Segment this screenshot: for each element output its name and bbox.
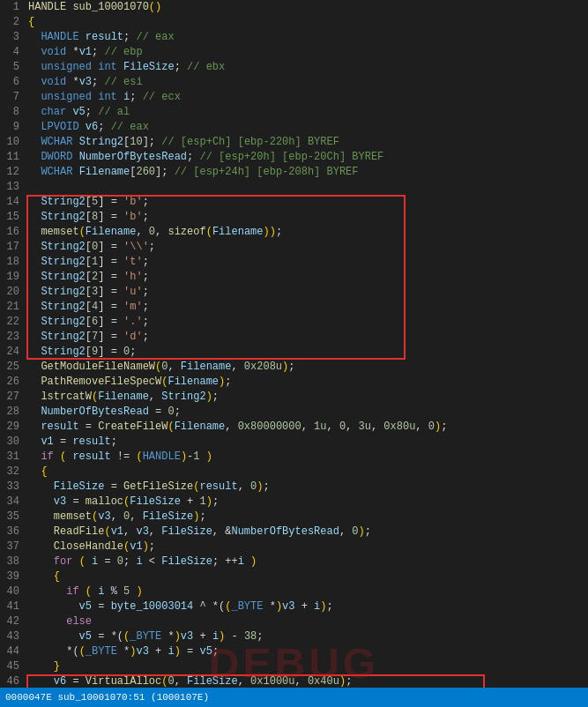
line-number: 27 — [0, 390, 25, 405]
table-row: 10 WCHAR String2[10]; // [esp+Ch] [ebp-2… — [0, 135, 588, 150]
table-row: 16 memset(Filename, 0, sizeof(Filename))… — [0, 225, 588, 240]
line-number: 25 — [0, 360, 25, 375]
line-number: 19 — [0, 270, 25, 285]
table-row: 33 FileSize = GetFileSize(result, 0); — [0, 480, 588, 495]
line-number: 6 — [0, 75, 25, 90]
line-number: 17 — [0, 240, 25, 255]
table-row: 26 PathRemoveFileSpecW(Filename); — [0, 375, 588, 390]
line-number: 37 — [0, 540, 25, 554]
line-number: 31 — [0, 450, 25, 465]
table-row: 32 { — [0, 465, 588, 480]
line-number: 7 — [0, 90, 25, 105]
line-code: *((_BYTE *)v3 + i) = v5; — [25, 644, 588, 659]
line-number: 12 — [0, 165, 25, 180]
line-code: String2[6] = '.'; — [25, 315, 588, 330]
line-number: 36 — [0, 525, 25, 540]
line-number: 10 — [0, 135, 25, 150]
table-row: 44 *((_BYTE *)v3 + i) = v5; — [0, 644, 588, 659]
table-row: 21 String2[4] = 'm'; — [0, 300, 588, 315]
line-code: { — [25, 465, 588, 480]
line-number: 30 — [0, 435, 25, 450]
line-code: for ( i = 0; i < FileSize; ++i ) — [25, 554, 588, 569]
line-number: 44 — [0, 644, 25, 659]
table-row: 9 LPVOID v6; // eax — [0, 120, 588, 135]
line-number: 29 — [0, 420, 25, 435]
line-number: 42 — [0, 614, 25, 629]
line-number: 14 — [0, 195, 25, 210]
line-number: 2 — [0, 15, 25, 30]
line-number: 38 — [0, 554, 25, 569]
line-number: 35 — [0, 510, 25, 525]
table-row: 3 HANDLE result; // eax — [0, 30, 588, 45]
table-row: 40 if ( i % 5 ) — [0, 584, 588, 599]
table-row: 37 CloseHandle(v1); — [0, 540, 588, 554]
line-code: WCHAR Filename[260]; // [esp+24h] [ebp-2… — [25, 165, 588, 180]
table-row: 30 v1 = result; — [0, 435, 588, 450]
line-code: lstrcatW(Filename, String2); — [25, 390, 588, 405]
table-row: 23 String2[7] = 'd'; — [0, 330, 588, 345]
line-code: LPVOID v6; // eax — [25, 120, 588, 135]
table-row: 35 memset(v3, 0, FileSize); — [0, 510, 588, 525]
table-row: 42 else — [0, 614, 588, 629]
table-row: 31 if ( result != (HANDLE)-1 ) — [0, 450, 588, 465]
table-row: 18 String2[1] = 't'; — [0, 255, 588, 270]
line-number: 43 — [0, 629, 25, 644]
line-code: String2[7] = 'd'; — [25, 330, 588, 345]
line-code — [25, 180, 588, 195]
table-row: 28 NumberOfBytesRead = 0; — [0, 405, 588, 420]
table-row: 11 DWORD NumberOfBytesRead; // [esp+20h]… — [0, 150, 588, 165]
code-view: 1HANDLE sub_10001070()2{3 HANDLE result;… — [0, 0, 588, 707]
line-code: { — [25, 15, 588, 30]
table-row: 14 String2[5] = 'b'; — [0, 195, 588, 210]
line-number: 34 — [0, 495, 25, 510]
table-row: 13 — [0, 180, 588, 195]
line-code: DWORD NumberOfBytesRead; // [esp+20h] [e… — [25, 150, 588, 165]
line-code: void *v1; // ebp — [25, 45, 588, 60]
line-number: 4 — [0, 45, 25, 60]
line-number: 32 — [0, 465, 25, 480]
line-code: String2[5] = 'b'; — [25, 195, 588, 210]
table-row: 6 void *v3; // esi — [0, 75, 588, 90]
line-code: String2[8] = 'b'; — [25, 210, 588, 225]
table-row: 4 void *v1; // ebp — [0, 45, 588, 60]
table-row: 22 String2[6] = '.'; — [0, 315, 588, 330]
line-code: String2[4] = 'm'; — [25, 300, 588, 315]
line-code: GetModuleFileNameW(0, Filename, 0x208u); — [25, 360, 588, 375]
table-row: 12 WCHAR Filename[260]; // [esp+24h] [eb… — [0, 165, 588, 180]
line-code: WCHAR String2[10]; // [esp+Ch] [ebp-220h… — [25, 135, 588, 150]
line-number: 15 — [0, 210, 25, 225]
line-number: 23 — [0, 330, 25, 345]
line-code: v3 = malloc(FileSize + 1); — [25, 495, 588, 510]
table-row: 27 lstrcatW(Filename, String2); — [0, 390, 588, 405]
line-code: HANDLE sub_10001070() — [25, 0, 588, 15]
table-row: 38 for ( i = 0; i < FileSize; ++i ) — [0, 554, 588, 569]
line-number: 21 — [0, 300, 25, 315]
table-row: 2{ — [0, 15, 588, 30]
table-row: 45 } — [0, 659, 588, 674]
line-code: String2[0] = '\\'; — [25, 240, 588, 255]
line-number: 39 — [0, 569, 25, 584]
line-code: String2[3] = 'u'; — [25, 285, 588, 300]
line-number: 3 — [0, 30, 25, 45]
line-code: unsigned int FileSize; // ebx — [25, 60, 588, 75]
line-code: } — [25, 659, 588, 674]
table-row: 19 String2[2] = 'h'; — [0, 270, 588, 285]
table-row: 41 v5 = byte_10003014 ^ *((_BYTE *)v3 + … — [0, 599, 588, 614]
line-number: 13 — [0, 180, 25, 195]
line-code: String2[2] = 'h'; — [25, 270, 588, 285]
line-code: result = CreateFileW(Filename, 0x8000000… — [25, 420, 588, 435]
line-number: 22 — [0, 315, 25, 330]
line-code: v5 = *((_BYTE *)v3 + i) - 38; — [25, 629, 588, 644]
table-row: 39 { — [0, 569, 588, 584]
line-number: 1 — [0, 0, 25, 15]
line-code: CloseHandle(v1); — [25, 540, 588, 554]
line-number: 9 — [0, 120, 25, 135]
table-row: 29 result = CreateFileW(Filename, 0x8000… — [0, 420, 588, 435]
table-row: 36 ReadFile(v1, v3, FileSize, &NumberOfB… — [0, 525, 588, 540]
line-number: 20 — [0, 285, 25, 300]
table-row: 20 String2[3] = 'u'; — [0, 285, 588, 300]
table-row: 25 GetModuleFileNameW(0, Filename, 0x208… — [0, 360, 588, 375]
table-row: 17 String2[0] = '\\'; — [0, 240, 588, 255]
line-code: memset(Filename, 0, sizeof(Filename)); — [25, 225, 588, 240]
line-code: ReadFile(v1, v3, FileSize, &NumberOfByte… — [25, 525, 588, 540]
